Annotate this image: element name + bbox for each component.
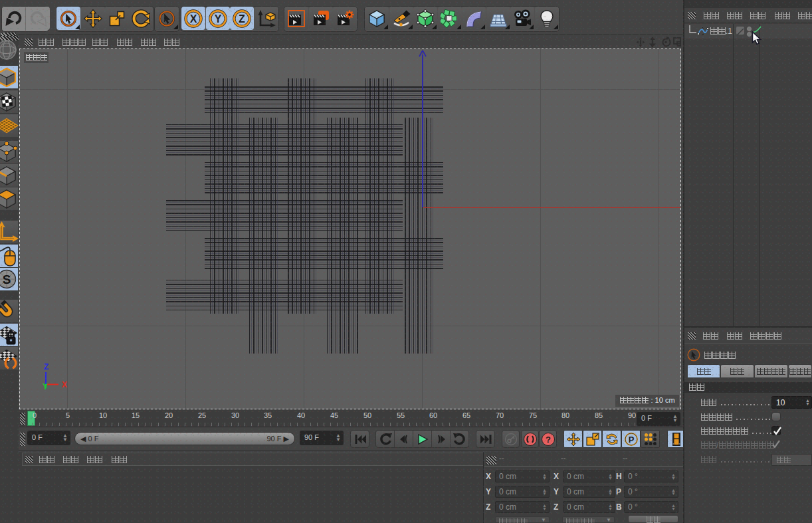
- svg-text:Y: Y: [43, 382, 48, 391]
- svg-text:X: X: [190, 13, 197, 24]
- svg-text:?: ?: [546, 435, 551, 445]
- svg-text:S: S: [3, 272, 11, 286]
- svg-text:P: P: [628, 435, 634, 445]
- svg-text:Z: Z: [239, 13, 245, 24]
- svg-text:Z: Z: [44, 362, 49, 371]
- svg-text:Y: Y: [215, 13, 222, 24]
- svg-text:X: X: [62, 380, 67, 389]
